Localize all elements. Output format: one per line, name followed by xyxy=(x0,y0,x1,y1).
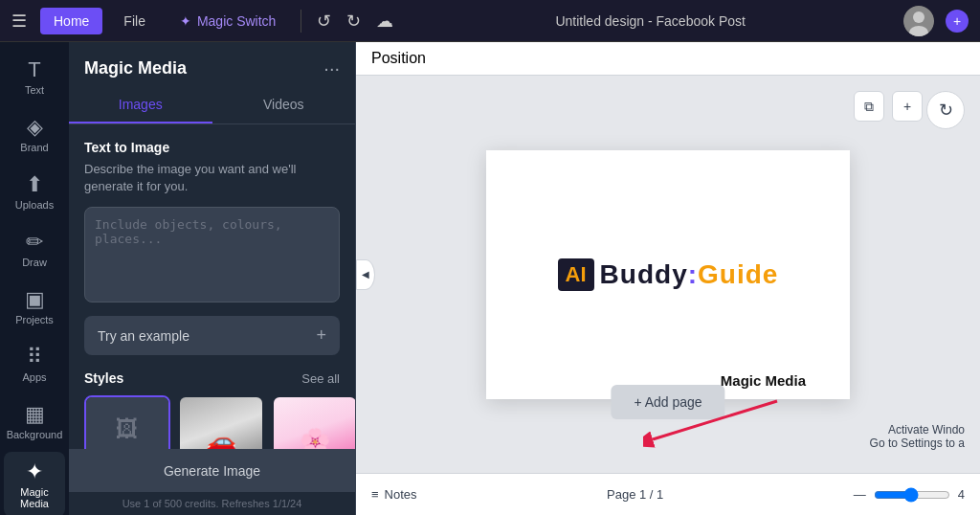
prompt-input[interactable] xyxy=(84,207,340,302)
panel-header: Magic Media ··· xyxy=(69,42,355,87)
notes-icon: ≡ xyxy=(371,487,379,502)
styles-grid: 🖼 🚗 🌸 xyxy=(84,395,340,449)
canvas-toolbar: Position xyxy=(356,42,980,76)
sidebar-item-label-apps: Apps xyxy=(22,371,46,383)
panel-title: Magic Media xyxy=(84,58,187,78)
nav-actions: ↺ ↻ ☁ xyxy=(313,7,397,35)
add-page-button[interactable]: + Add page xyxy=(611,385,724,419)
notes-button[interactable]: ≡ Notes xyxy=(371,487,417,502)
panel-content: Text to Image Describe the image you wan… xyxy=(69,124,355,449)
sidebar-item-label-background: Background xyxy=(7,429,63,440)
nav-divider xyxy=(301,10,301,33)
sidebar-item-text[interactable]: T Text xyxy=(4,50,65,103)
sidebar-item-draw[interactable]: ✏ Draw xyxy=(4,222,65,276)
style-pink-car-image: 🌸 xyxy=(274,397,355,449)
panel-more-button[interactable]: ··· xyxy=(323,57,340,79)
projects-icon: ▣ xyxy=(25,287,45,312)
zoom-minus-icon[interactable]: — xyxy=(854,487,866,502)
sidebar-item-brand[interactable]: ◈ Brand xyxy=(4,107,65,161)
design-canvas: AI Buddy:Guide xyxy=(486,150,850,399)
panel: Magic Media ··· Images Videos Text to Im… xyxy=(69,42,356,515)
plus-icon: + xyxy=(316,325,326,346)
uploads-icon: ⬆ xyxy=(26,172,43,197)
add-button[interactable]: + xyxy=(946,10,969,33)
try-example-label: Try an example xyxy=(98,328,189,344)
styles-header: Styles See all xyxy=(84,370,340,386)
styles-title: Styles xyxy=(84,370,123,386)
draw-icon: ✏ xyxy=(26,230,43,255)
nav-tab-home[interactable]: Home xyxy=(40,8,102,34)
sidebar-item-label-brand: Brand xyxy=(20,142,48,153)
sidebar-item-label-projects: Projects xyxy=(15,314,54,325)
tab-videos[interactable]: Videos xyxy=(212,87,356,123)
activate-windows-notice: Activate Windo Go to Settings to a xyxy=(870,423,965,450)
logo-guide-text: Guide xyxy=(698,259,778,289)
canvas-workspace[interactable]: ⧉ + ↻ AI Buddy:Guide + Add page Activate… xyxy=(356,76,980,473)
canvas-logo: AI Buddy:Guide xyxy=(558,258,779,291)
magic-star-icon: ✦ xyxy=(180,13,191,29)
zoom-value: 4 xyxy=(958,487,965,502)
sidebar-item-label-text: Text xyxy=(25,84,44,96)
style-item-placeholder[interactable]: 🖼 xyxy=(84,395,170,449)
style-item-pink-car[interactable]: 🌸 xyxy=(272,395,355,449)
zoom-control: — 4 xyxy=(854,487,965,503)
magic-media-icon: ✦ xyxy=(26,459,43,484)
background-icon: ▦ xyxy=(25,402,45,427)
notes-label: Notes xyxy=(385,487,417,502)
style-placeholder-icon: 🖼 xyxy=(86,397,168,449)
refresh-button[interactable]: ↻ xyxy=(926,91,965,129)
hamburger-menu[interactable]: ☰ xyxy=(11,11,27,32)
nav-tab-file[interactable]: File xyxy=(110,8,159,34)
brand-icon: ◈ xyxy=(27,115,43,140)
sidebar-item-label-draw: Draw xyxy=(22,257,47,268)
style-item-car[interactable]: 🚗 xyxy=(178,395,264,449)
main-layout: T Text ◈ Brand ⬆ Uploads ✏ Draw ▣ Projec… xyxy=(0,42,980,515)
text-icon: T xyxy=(28,57,40,82)
logo-dot: : xyxy=(688,259,698,289)
redo-button[interactable]: ↻ xyxy=(343,7,365,35)
sidebar-item-uploads[interactable]: ⬆ Uploads xyxy=(4,165,65,218)
logo-text: Buddy:Guide xyxy=(600,259,779,290)
try-example-button[interactable]: Try an example + xyxy=(84,316,340,355)
add-to-canvas-button[interactable]: + xyxy=(892,91,923,122)
copy-button[interactable]: ⧉ xyxy=(854,91,884,122)
top-navigation: ☰ Home File ✦ Magic Switch ↺ ↻ ☁ Untitle… xyxy=(0,0,980,42)
style-car-image: 🚗 xyxy=(180,397,262,449)
see-all-button[interactable]: See all xyxy=(301,371,340,386)
position-label: Position xyxy=(371,50,426,67)
sidebar-item-label-magic-media: Magic Media xyxy=(10,486,59,509)
cloud-save-button[interactable]: ☁ xyxy=(372,7,397,35)
avatar[interactable] xyxy=(903,6,934,36)
panel-tabs: Images Videos xyxy=(69,87,355,124)
text-to-image-title: Text to Image xyxy=(84,140,340,155)
canvas-bottom-bar: ≡ Notes Page 1 / 1 — 4 xyxy=(356,473,980,515)
sidebar-item-apps[interactable]: ⠿ Apps xyxy=(4,337,65,391)
sidebar-item-projects[interactable]: ▣ Projects xyxy=(4,280,65,333)
svg-point-1 xyxy=(913,11,924,23)
undo-button[interactable]: ↺ xyxy=(313,7,335,35)
page-indicator: Page 1 / 1 xyxy=(607,487,663,502)
apps-icon: ⠿ xyxy=(27,345,42,369)
credits-text: Use 1 of 500 credits. Refreshes 1/1/24 xyxy=(69,492,355,515)
zoom-slider[interactable] xyxy=(874,487,950,503)
sidebar-item-background[interactable]: ▦ Background xyxy=(4,394,65,448)
panel-collapse-handle[interactable]: ◀ xyxy=(356,259,375,290)
icon-sidebar: T Text ◈ Brand ⬆ Uploads ✏ Draw ▣ Projec… xyxy=(0,42,69,515)
document-title: Untitled design - Facebook Post xyxy=(405,13,896,29)
logo-ai-icon: AI xyxy=(558,258,594,291)
nav-tab-magic-switch[interactable]: ✦ Magic Switch xyxy=(167,8,289,34)
sidebar-item-label-uploads: Uploads xyxy=(15,199,54,211)
text-to-image-description: Describe the image you want and we'll ge… xyxy=(84,161,340,195)
logo-buddy-text: Buddy xyxy=(600,259,688,289)
canvas-top-actions: ⧉ + xyxy=(854,91,923,122)
panel-footer: Generate Image Use 1 of 500 credits. Ref… xyxy=(69,449,355,515)
canvas-area: Position ⧉ + ↻ AI Buddy:Guide + Add page xyxy=(356,42,980,515)
sidebar-item-magic-media[interactable]: ✦ Magic Media xyxy=(4,452,65,515)
tab-images[interactable]: Images xyxy=(69,87,212,123)
generate-image-button[interactable]: Generate Image xyxy=(69,450,355,492)
